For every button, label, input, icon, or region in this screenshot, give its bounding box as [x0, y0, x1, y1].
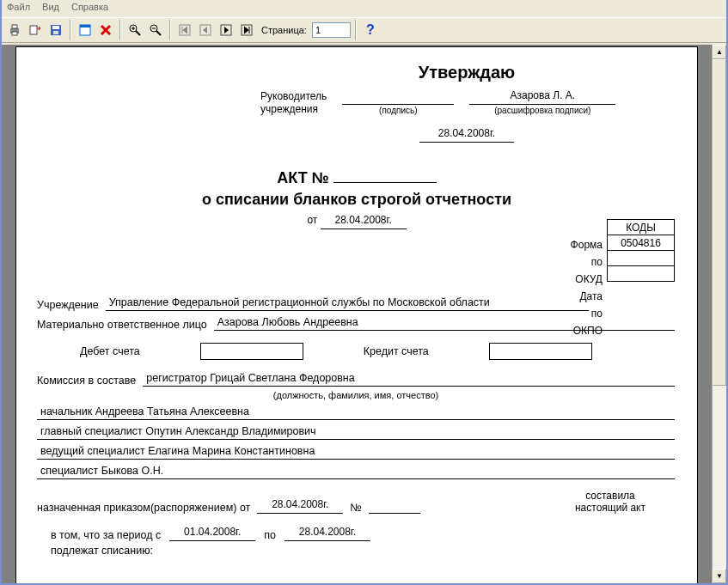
menu-help[interactable]: Справка	[71, 2, 108, 15]
zoom-out-icon[interactable]	[146, 21, 165, 40]
approval-date: 28.04.2008г.	[419, 127, 514, 143]
page-label: Страница:	[261, 25, 307, 35]
approval-signature-sub: (подпись)	[342, 106, 454, 115]
act-number-value	[333, 168, 437, 183]
document-page: Утверждаю Руководительучреждения (подпис…	[15, 46, 698, 583]
order-date: 28.04.2008г.	[257, 498, 343, 514]
codes-okud-value: 0504816	[608, 235, 675, 251]
print-icon[interactable]	[5, 21, 24, 40]
org-value: Управление Федеральной регистрационной с…	[106, 296, 589, 311]
period-prefix: в том, что за период с	[51, 529, 161, 541]
next-page-icon[interactable]	[217, 21, 236, 40]
scroll-down-icon[interactable]: ▼	[713, 569, 726, 583]
period-to: 28.04.2008г.	[284, 526, 370, 541]
commission-label: Комиссия в составе	[37, 375, 136, 387]
act-subtitle: о списании бланков строгой отчетности	[16, 191, 697, 209]
codes-okpo-value	[608, 266, 675, 282]
order-prefix: назначенная приказом(распоряжением) от	[37, 502, 250, 514]
toolbar-separator	[169, 20, 171, 40]
export-icon[interactable]	[26, 21, 45, 40]
scroll-up-icon[interactable]: ▲	[713, 45, 726, 59]
act-number-label: АКТ №	[277, 169, 329, 186]
svg-line-10	[136, 31, 140, 35]
period-from: 01.04.2008г.	[169, 526, 255, 541]
codes-head: КОДЫ	[608, 220, 675, 235]
order-num-label: №	[350, 502, 361, 514]
document-scroll[interactable]: Утверждаю Руководительучреждения (подпис…	[2, 45, 712, 583]
codes-table: КОДЫ 0504816	[607, 219, 675, 282]
svg-rect-5	[52, 26, 59, 29]
first-page-icon[interactable]	[175, 21, 194, 40]
scroll-thumb[interactable]	[713, 59, 726, 386]
last-page-icon[interactable]	[237, 21, 256, 40]
svg-rect-2	[12, 32, 17, 35]
refresh-icon[interactable]	[76, 21, 95, 40]
menu-file[interactable]: Файл	[7, 2, 30, 15]
period-spisan: подлежат списанию:	[51, 545, 675, 557]
period-to-label: по	[264, 529, 276, 541]
act-from-date: 28.04.2008г.	[321, 214, 407, 229]
svg-rect-6	[53, 31, 58, 34]
commission-chair: регистратор Грицай Светлана Федоровна	[143, 372, 675, 387]
approval-name: Азарова Л. А.	[469, 89, 615, 105]
toolbar-separator	[355, 20, 357, 40]
svg-rect-3	[30, 26, 37, 34]
page-number-input[interactable]	[312, 22, 351, 38]
save-icon[interactable]	[46, 21, 65, 40]
resp-label: Материально ответственное лицо	[37, 319, 207, 331]
svg-rect-8	[80, 25, 90, 27]
codes-block: КОДЫ 0504816 Форма по ОКУД Дата по ОКПО	[607, 219, 675, 282]
period-row: в том, что за период с 01.04.2008г. по 2…	[51, 526, 675, 541]
close-icon[interactable]	[96, 21, 115, 40]
zoom-in-icon[interactable]	[125, 21, 144, 40]
menu-view[interactable]: Вид	[42, 2, 59, 15]
order-row: назначенная приказом(распоряжением) от 2…	[37, 490, 675, 514]
approval-block: Утверждаю Руководительучреждения (подпис…	[260, 63, 673, 143]
document-viewport: Утверждаю Руководительучреждения (подпис…	[2, 45, 726, 583]
credit-label: Кредит счета	[364, 345, 429, 357]
act-title-block: АКТ № о списании бланков строгой отчетно…	[16, 168, 697, 229]
codes-date-value	[608, 251, 675, 266]
approval-role: Руководительучреждения	[260, 90, 327, 115]
debit-box	[200, 343, 303, 360]
org-label: Учреждение	[37, 299, 99, 311]
scroll-track[interactable]	[713, 59, 726, 569]
commission-member: главный специалист Опутин Александр Влад…	[37, 425, 675, 440]
menubar: Файл Вид Справка	[2, 0, 726, 17]
toolbar: Страница: ?	[2, 17, 726, 43]
order-note: составиланастоящий акт	[546, 490, 675, 514]
order-num-value	[369, 498, 420, 514]
prev-page-icon[interactable]	[196, 21, 215, 40]
commission-member: специалист Быкова О.Н.	[37, 465, 675, 479]
help-icon[interactable]: ?	[366, 22, 375, 38]
debit-label: Дебет счета	[80, 345, 140, 357]
body-lines: Учреждение Управление Федеральной регист…	[37, 296, 675, 557]
approval-signature-slot	[342, 89, 454, 105]
svg-line-14	[156, 31, 161, 35]
credit-box	[489, 343, 592, 360]
toolbar-separator	[70, 20, 71, 40]
approval-name-sub: (расшифровка подписи)	[469, 106, 615, 115]
svg-rect-1	[12, 25, 17, 28]
commission-sub: (должность, фамилия, имя, отчество)	[37, 390, 675, 400]
commission-member: начальник Андреева Татьяна Алексеевна	[37, 405, 675, 420]
commission-member: ведущий специалист Елагина Марина Конста…	[37, 445, 675, 460]
vertical-scrollbar[interactable]: ▲ ▼	[712, 45, 726, 583]
accounts-row: Дебет счета Кредит счета	[80, 343, 675, 360]
codes-okud-label: Форма по ОКУД	[571, 236, 603, 288]
act-from-label: от	[307, 214, 317, 226]
resp-value: Азарова Любовь Андреевна	[214, 316, 675, 331]
toolbar-separator	[119, 20, 121, 40]
approval-title: Утверждаю	[260, 63, 673, 82]
